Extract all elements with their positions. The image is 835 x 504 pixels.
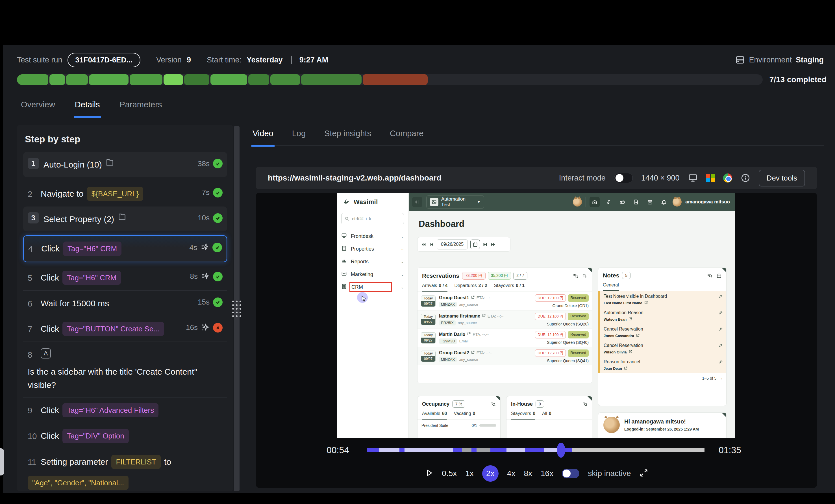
external-link-icon[interactable] bbox=[467, 332, 471, 337]
reservation-row[interactable]: Today09/27Group Guest2ETA: --:--MINZAXan… bbox=[418, 347, 592, 365]
speed-button-4x[interactable]: 4x bbox=[507, 469, 515, 478]
info-icon[interactable] bbox=[741, 173, 750, 183]
pin-icon[interactable] bbox=[718, 310, 723, 316]
home-button[interactable] bbox=[590, 197, 600, 207]
external-link-icon[interactable] bbox=[471, 350, 475, 356]
reservation-row[interactable]: Today09/27Martin DarioETA: --:--T29M3DEm… bbox=[418, 328, 592, 347]
video-timeline[interactable] bbox=[367, 448, 705, 452]
step-row[interactable]: 6Wait for 15000 ms15s bbox=[23, 290, 227, 316]
run-progress-bar[interactable] bbox=[17, 74, 763, 85]
chevron-right-icon[interactable]: › bbox=[721, 376, 722, 381]
rewind-icon[interactable] bbox=[421, 242, 426, 247]
calendar-icon[interactable] bbox=[716, 273, 722, 278]
external-link-icon[interactable] bbox=[471, 295, 475, 300]
mailbox-button[interactable] bbox=[617, 197, 627, 207]
external-link-icon[interactable] bbox=[636, 334, 640, 338]
external-link-icon[interactable] bbox=[629, 350, 632, 355]
collapsed-panel-handle[interactable] bbox=[0, 448, 4, 476]
monitor-icon[interactable] bbox=[688, 173, 698, 183]
step-row[interactable]: 10ClickTag="DIV" Option bbox=[23, 423, 227, 449]
avatar[interactable] bbox=[573, 198, 582, 206]
windows-icon[interactable] bbox=[706, 174, 715, 182]
interact-mode-toggle[interactable] bbox=[614, 173, 633, 183]
play-button[interactable] bbox=[425, 469, 433, 478]
viewer-tab-compare[interactable]: Compare bbox=[389, 125, 425, 145]
step-row[interactable]: 3Select Property (2)10s bbox=[23, 206, 227, 231]
sidebar-item-reports[interactable]: Reports⌄ bbox=[341, 256, 404, 268]
sidebar-collapse-button[interactable] bbox=[412, 197, 422, 207]
step-row[interactable]: 11Setting parameterFILTERLISTto"Age", "G… bbox=[23, 449, 227, 491]
reservation-row[interactable]: Today09/27lastname firstnameETA: --:--ER… bbox=[418, 310, 592, 328]
reservation-row[interactable]: Today09/27Group Guest1ETA: --:--MINZAXan… bbox=[418, 292, 592, 310]
pin-icon[interactable] bbox=[718, 343, 723, 349]
note-item[interactable]: Test Notes visible in DashboardLast Name… bbox=[600, 291, 726, 308]
tab-stayovers[interactable]: Stayovers0 / 1 bbox=[494, 283, 525, 291]
note-item[interactable]: Cancel ReservationWilson Olivia bbox=[600, 340, 726, 357]
pin-icon[interactable] bbox=[718, 294, 723, 300]
step-row[interactable]: 7ClickTag="BUTTON" Create Se...16s bbox=[23, 316, 227, 342]
note-item[interactable]: Cancel ReservationJones Cassandra bbox=[600, 324, 726, 340]
new-document-button[interactable] bbox=[631, 197, 641, 207]
speed-button-16x[interactable]: 16x bbox=[541, 469, 553, 478]
sidebar-search-input[interactable]: ctrl/⌘ + k bbox=[341, 213, 404, 224]
sidebar-item-frontdesk[interactable]: Frontdesk⌄ bbox=[341, 230, 404, 243]
devtools-button[interactable]: Dev tools bbox=[759, 170, 805, 186]
timeline-playhead[interactable] bbox=[557, 443, 565, 458]
external-link-icon[interactable] bbox=[482, 314, 486, 319]
sidebar-item-crm[interactable]: CRM⌄ bbox=[341, 281, 404, 294]
fullscreen-button[interactable] bbox=[639, 469, 648, 478]
skip-back-icon[interactable] bbox=[429, 242, 434, 247]
date-input[interactable]: 09/26/2025 bbox=[437, 239, 468, 249]
list-search-icon[interactable] bbox=[490, 401, 496, 407]
tab-arrivals[interactable]: Arrivals0 / 4 bbox=[422, 283, 447, 291]
step-row[interactable]: 2Navigate to${BASE_URL}7s bbox=[23, 181, 227, 206]
chrome-icon[interactable] bbox=[723, 174, 732, 182]
tab-overview[interactable]: Overview bbox=[20, 96, 56, 117]
sidebar-item-marketing[interactable]: Marketing⌄ bbox=[341, 268, 404, 281]
skip-inactive-toggle[interactable] bbox=[562, 469, 579, 478]
speed-button-8x[interactable]: 8x bbox=[524, 469, 532, 478]
tab-general[interactable]: General bbox=[603, 283, 619, 291]
user-avatar[interactable] bbox=[673, 198, 681, 206]
tab-departures[interactable]: Departures2 / 2 bbox=[454, 283, 487, 291]
tab-available[interactable]: Available60 bbox=[422, 411, 447, 420]
step-row[interactable]: 8AIs the a sidebar with the title 'Creat… bbox=[23, 342, 227, 397]
external-link-icon[interactable] bbox=[644, 301, 648, 305]
external-link-icon[interactable] bbox=[624, 366, 628, 371]
occupancy-row[interactable]: President Suite0/1 bbox=[418, 420, 500, 431]
housekeeping-button[interactable] bbox=[603, 197, 613, 207]
external-link-icon[interactable] bbox=[628, 317, 632, 322]
run-id-pill[interactable]: 31F0417D-6ED... bbox=[67, 53, 140, 67]
new-booking-button[interactable] bbox=[645, 197, 655, 207]
step-row[interactable]: 5ClickTag="H6" CRM8s bbox=[23, 265, 227, 290]
tab-all[interactable]: All0 bbox=[542, 411, 551, 420]
viewer-tab-log[interactable]: Log bbox=[291, 125, 307, 145]
step-row[interactable]: 9ClickTag="H6" Advanced Filters bbox=[23, 397, 227, 423]
fast-forward-icon[interactable] bbox=[490, 242, 496, 247]
list-search-icon[interactable] bbox=[707, 273, 712, 278]
step-row[interactable]: 1Auto-Login (10)38s bbox=[23, 152, 227, 177]
pin-icon[interactable] bbox=[718, 327, 723, 332]
viewer-tab-video[interactable]: Video bbox=[251, 125, 274, 147]
pin-icon[interactable] bbox=[718, 360, 723, 365]
viewer-tab-step-insights[interactable]: Step insights bbox=[323, 125, 372, 145]
list-search-icon[interactable] bbox=[582, 401, 588, 407]
skip-forward-icon[interactable] bbox=[483, 242, 488, 247]
page-url[interactable]: https://wasimil-staging-v2.web.app/dashb… bbox=[268, 174, 442, 182]
note-item[interactable]: Reason for cancelJean Dean bbox=[600, 357, 726, 373]
speed-button-1x[interactable]: 1x bbox=[465, 469, 474, 478]
note-item[interactable]: Automation ReasonWatson Evan bbox=[600, 308, 726, 324]
calendar-button[interactable] bbox=[470, 240, 480, 249]
tab-parameters[interactable]: Parameters bbox=[119, 96, 163, 117]
sidebar-item-properties[interactable]: Properties⌄ bbox=[341, 243, 404, 256]
tab-details[interactable]: Details bbox=[74, 96, 101, 118]
step-row[interactable]: 4ClickTag="H6" CRM4s bbox=[23, 235, 227, 262]
panel-resize-handle[interactable] bbox=[234, 126, 240, 491]
user-name[interactable]: amanogawa mitsuo bbox=[685, 199, 730, 205]
list-search-icon[interactable] bbox=[573, 273, 578, 279]
property-select-dropdown[interactable]: Automation Test ▼ bbox=[426, 195, 484, 209]
notifications-button[interactable] bbox=[659, 197, 669, 207]
video-player[interactable]: Wasimil ctrl/⌘ + k Frontdesk⌄Properties⌄… bbox=[256, 193, 817, 488]
tab-vacating[interactable]: Vacating0 bbox=[454, 411, 475, 420]
speed-button-0.5x[interactable]: 0.5x bbox=[442, 469, 457, 478]
